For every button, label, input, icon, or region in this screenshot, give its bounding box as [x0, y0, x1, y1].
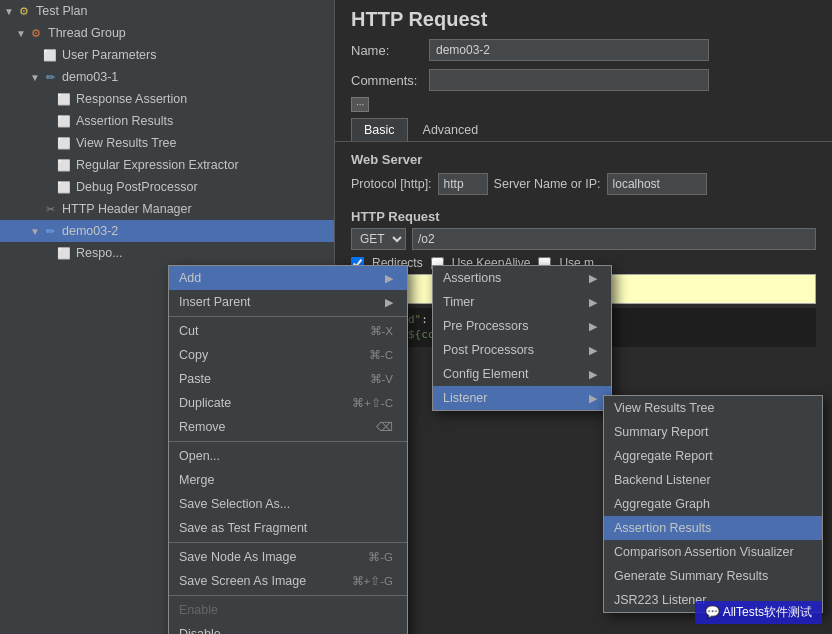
separator3 [169, 542, 407, 543]
menu-duplicate-label: Duplicate [179, 396, 332, 410]
submenu1-assertions-label: Assertions [443, 271, 581, 285]
menu-save-selection-label: Save Selection As... [179, 497, 393, 511]
menu-add-label: Add [179, 271, 377, 285]
menu-save-fragment-label: Save as Test Fragment [179, 521, 393, 535]
submenu2-summary-report[interactable]: Summary Report [604, 420, 822, 444]
menu-disable-label: Disable [179, 627, 393, 634]
menu-item-paste[interactable]: Paste ⌘-V [169, 367, 407, 391]
menu-paste-label: Paste [179, 372, 350, 386]
submenu2-aggregate-graph[interactable]: Aggregate Graph [604, 492, 822, 516]
listener-submenu: View Results Tree Summary Report Aggrega… [603, 395, 823, 613]
menu-item-save-screen-image[interactable]: Save Screen As Image ⌘+⇧-G [169, 569, 407, 593]
submenu1-assertions-arrow: ▶ [589, 272, 597, 285]
menu-remove-label: Remove [179, 420, 356, 434]
submenu2-backend-label: Backend Listener [614, 473, 808, 487]
menu-item-disable[interactable]: Disable [169, 622, 407, 634]
submenu1-timer[interactable]: Timer ▶ [433, 290, 611, 314]
watermark-icon: 💬 [705, 605, 720, 619]
submenu2-aggregate-report[interactable]: Aggregate Report [604, 444, 822, 468]
menu-item-cut[interactable]: Cut ⌘-X [169, 319, 407, 343]
submenu1-timer-arrow: ▶ [589, 296, 597, 309]
separator1 [169, 316, 407, 317]
menu-save-node-label: Save Node As Image [179, 550, 348, 564]
menu-item-remove[interactable]: Remove ⌫ [169, 415, 407, 439]
submenu1-assertions[interactable]: Assertions ▶ [433, 266, 611, 290]
menu-save-node-shortcut: ⌘-G [368, 550, 393, 564]
menu-item-open[interactable]: Open... [169, 444, 407, 468]
menu-copy-label: Copy [179, 348, 349, 362]
menu-item-merge[interactable]: Merge [169, 468, 407, 492]
submenu2-backend-listener[interactable]: Backend Listener [604, 468, 822, 492]
submenu1-post-label: Post Processors [443, 343, 581, 357]
separator2 [169, 441, 407, 442]
submenu1-pre-processors[interactable]: Pre Processors ▶ [433, 314, 611, 338]
submenu1-listener[interactable]: Listener ▶ [433, 386, 611, 410]
menu-paste-shortcut: ⌘-V [370, 372, 394, 386]
submenu2-generate-summary[interactable]: Generate Summary Results [604, 564, 822, 588]
menu-enable-label: Enable [179, 603, 393, 617]
menu-item-save-selection[interactable]: Save Selection As... [169, 492, 407, 516]
submenu1-post-arrow: ▶ [589, 344, 597, 357]
menu-copy-shortcut: ⌘-C [369, 348, 393, 362]
menu-cut-label: Cut [179, 324, 350, 338]
submenu1-timer-label: Timer [443, 295, 581, 309]
menu-insert-label: Insert Parent [179, 295, 377, 309]
main-context-menu: Add ▶ Insert Parent ▶ Cut ⌘-X Copy ⌘-C P… [168, 265, 408, 634]
submenu2-aggregate-graph-label: Aggregate Graph [614, 497, 808, 511]
menu-open-label: Open... [179, 449, 393, 463]
submenu1-post-processors[interactable]: Post Processors ▶ [433, 338, 611, 362]
submenu2-comparison-label: Comparison Assertion Visualizer [614, 545, 808, 559]
submenu2-assertion-results-label: Assertion Results [614, 521, 808, 535]
submenu2-summary-label: Summary Report [614, 425, 808, 439]
menu-item-copy[interactable]: Copy ⌘-C [169, 343, 407, 367]
watermark: 💬 AllTests软件测试 [695, 601, 822, 624]
menu-item-save-node-image[interactable]: Save Node As Image ⌘-G [169, 545, 407, 569]
menu-insert-arrow: ▶ [385, 296, 393, 309]
menu-merge-label: Merge [179, 473, 393, 487]
submenu2-comparison-assertion[interactable]: Comparison Assertion Visualizer [604, 540, 822, 564]
context-menu-overlay: Add ▶ Insert Parent ▶ Cut ⌘-X Copy ⌘-C P… [0, 0, 832, 634]
submenu1-pre-arrow: ▶ [589, 320, 597, 333]
menu-item-add[interactable]: Add ▶ [169, 266, 407, 290]
menu-item-insert-parent[interactable]: Insert Parent ▶ [169, 290, 407, 314]
submenu2-assertion-results[interactable]: Assertion Results [604, 516, 822, 540]
submenu1-listener-label: Listener [443, 391, 581, 405]
submenu1-config-element[interactable]: Config Element ▶ [433, 362, 611, 386]
watermark-text: AllTests软件测试 [723, 605, 812, 619]
menu-save-screen-shortcut: ⌘+⇧-G [352, 574, 394, 588]
menu-add-arrow: ▶ [385, 272, 393, 285]
submenu2-aggregate-report-label: Aggregate Report [614, 449, 808, 463]
submenu1-config-label: Config Element [443, 367, 581, 381]
menu-duplicate-shortcut: ⌘+⇧-C [352, 396, 393, 410]
menu-remove-shortcut: ⌫ [376, 420, 393, 434]
menu-item-save-fragment[interactable]: Save as Test Fragment [169, 516, 407, 540]
separator4 [169, 595, 407, 596]
menu-save-screen-label: Save Screen As Image [179, 574, 332, 588]
submenu2-generate-label: Generate Summary Results [614, 569, 808, 583]
add-submenu: Assertions ▶ Timer ▶ Pre Processors ▶ Po… [432, 265, 612, 411]
submenu1-config-arrow: ▶ [589, 368, 597, 381]
submenu2-view-results-label: View Results Tree [614, 401, 808, 415]
submenu1-listener-arrow: ▶ [589, 392, 597, 405]
submenu1-pre-label: Pre Processors [443, 319, 581, 333]
menu-cut-shortcut: ⌘-X [370, 324, 394, 338]
submenu2-view-results-tree[interactable]: View Results Tree [604, 396, 822, 420]
menu-item-duplicate[interactable]: Duplicate ⌘+⇧-C [169, 391, 407, 415]
menu-item-enable: Enable [169, 598, 407, 622]
